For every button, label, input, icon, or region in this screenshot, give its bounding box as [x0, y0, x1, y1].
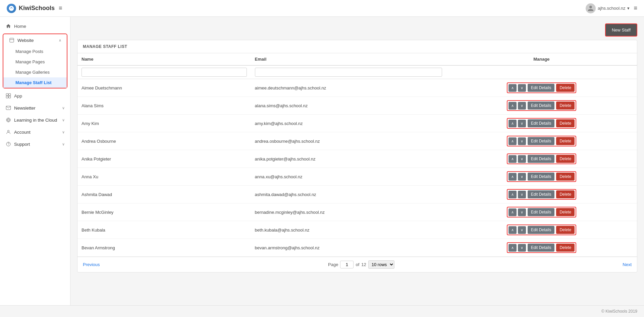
user-menu[interactable]: ajhs.school.nz ▾: [586, 3, 630, 13]
move-down-button[interactable]: ∨: [518, 155, 526, 163]
sidebar-item-manage-staff-list[interactable]: Manage Staff List: [3, 77, 67, 88]
table-row: Andrea Osbourneandrea.osbourne@ajhs.scho…: [77, 132, 637, 150]
staff-manage-cell: ∧∨Edit DetailsDelete: [446, 221, 637, 239]
sidebar-website-label: Website: [17, 38, 34, 43]
footer: © KiwiSchools 2019: [0, 305, 644, 317]
edit-details-button[interactable]: Edit Details: [528, 173, 555, 181]
edit-details-button[interactable]: Edit Details: [528, 190, 555, 198]
edit-details-button[interactable]: Edit Details: [528, 84, 555, 92]
move-down-button[interactable]: ∨: [518, 244, 526, 252]
name-filter-input[interactable]: [82, 68, 247, 77]
edit-details-button[interactable]: Edit Details: [528, 102, 555, 110]
manage-action-group: ∧∨Edit DetailsDelete: [507, 136, 576, 146]
svg-rect-3: [6, 93, 8, 96]
main-content: New Staff MANAGE STAFF LIST Name Email M…: [70, 17, 644, 305]
move-down-button[interactable]: ∨: [518, 208, 526, 216]
svg-point-0: [9, 6, 14, 11]
delete-button[interactable]: Delete: [556, 102, 575, 110]
prev-page-button[interactable]: Previous: [83, 262, 100, 267]
move-up-button[interactable]: ∧: [508, 191, 517, 198]
staff-email-cell: beth.kubala@ajhs.school.nz: [251, 221, 446, 239]
delete-button[interactable]: Delete: [556, 137, 575, 145]
move-down-button[interactable]: ∨: [518, 191, 526, 198]
edit-details-button[interactable]: Edit Details: [528, 226, 555, 234]
manage-action-group: ∧∨Edit DetailsDelete: [507, 82, 576, 93]
move-down-button[interactable]: ∨: [518, 120, 526, 127]
delete-button[interactable]: Delete: [556, 208, 575, 216]
sidebar-item-manage-pages[interactable]: Manage Pages: [3, 57, 67, 67]
table-header-row: Name Email Manage: [77, 53, 637, 65]
move-down-button[interactable]: ∨: [518, 84, 526, 92]
sidebar-app-label: App: [14, 93, 22, 99]
home-icon: [5, 23, 11, 29]
support-chevron-icon: ∨: [62, 142, 65, 146]
sidebar-item-support[interactable]: Support ∨: [0, 138, 70, 150]
hamburger-icon[interactable]: ≡: [59, 5, 62, 12]
move-down-button[interactable]: ∨: [518, 173, 526, 181]
delete-button[interactable]: Delete: [556, 84, 575, 92]
sidebar-item-app[interactable]: App: [0, 90, 70, 102]
col-name-header: Name: [77, 53, 251, 65]
brand-logo: [7, 4, 16, 13]
website-section: Website ∧ Manage Posts Manage Pages Mana…: [3, 34, 67, 88]
sidebar-item-learning[interactable]: Learning in the Cloud ∨: [0, 114, 70, 126]
edit-details-button[interactable]: Edit Details: [528, 119, 555, 127]
move-up-button[interactable]: ∧: [508, 173, 517, 181]
email-filter-input[interactable]: [255, 68, 442, 77]
user-name: ajhs.school.nz: [598, 6, 625, 11]
edit-details-button[interactable]: Edit Details: [528, 137, 555, 145]
sidebar-item-newsletter[interactable]: Newsletter ∨: [0, 102, 70, 114]
staff-table-body: Aimee Duetschmannaimee.deutschmann@ajhs.…: [77, 79, 637, 257]
move-up-button[interactable]: ∧: [508, 84, 517, 92]
edit-details-button[interactable]: Edit Details: [528, 155, 555, 163]
move-up-button[interactable]: ∧: [508, 120, 517, 127]
move-up-button[interactable]: ∧: [508, 102, 517, 110]
move-down-button[interactable]: ∨: [518, 137, 526, 145]
newsletter-chevron-icon: ∨: [62, 106, 65, 110]
sidebar-home-label: Home: [14, 24, 26, 29]
staff-email-cell: bernadine.mcginley@ajhs.school.nz: [251, 203, 446, 221]
staff-table-container: MANAGE STAFF LIST Name Email Manage: [77, 40, 637, 272]
staff-table: Name Email Manage: [77, 53, 637, 257]
staff-manage-cell: ∧∨Edit DetailsDelete: [446, 97, 637, 115]
edit-details-button[interactable]: Edit Details: [528, 208, 555, 216]
sidebar-item-manage-posts[interactable]: Manage Posts: [3, 46, 67, 57]
page-number-input[interactable]: [340, 261, 354, 268]
staff-email-cell: anika.potgieter@ajhs.school.nz: [251, 150, 446, 168]
delete-button[interactable]: Delete: [556, 190, 575, 198]
footer-text: © KiwiSchools 2019: [601, 309, 637, 314]
table-row: Bernie McGinleybernadine.mcginley@ajhs.s…: [77, 203, 637, 221]
account-icon: [5, 129, 11, 135]
move-up-button[interactable]: ∧: [508, 155, 517, 163]
sidebar-item-website[interactable]: Website ∧: [3, 34, 67, 46]
sidebar-item-account[interactable]: Account ∨: [0, 126, 70, 138]
page-label: Page: [328, 262, 338, 267]
move-up-button[interactable]: ∧: [508, 226, 517, 234]
new-staff-button[interactable]: New Staff: [605, 23, 637, 37]
top-menu-icon[interactable]: ≡: [634, 5, 637, 12]
edit-details-button[interactable]: Edit Details: [528, 244, 555, 252]
col-manage-header: Manage: [446, 53, 637, 65]
pagination-center: Page of 12 10 rows 25 rows 50 rows: [328, 260, 394, 269]
user-avatar: [586, 3, 596, 13]
delete-button[interactable]: Delete: [556, 155, 575, 163]
move-up-button[interactable]: ∧: [508, 208, 517, 216]
sidebar-item-home[interactable]: Home: [0, 20, 70, 32]
delete-button[interactable]: Delete: [556, 226, 575, 234]
table-row: Anna Xuanna.xu@ajhs.school.nz∧∨Edit Deta…: [77, 168, 637, 186]
staff-manage-cell: ∧∨Edit DetailsDelete: [446, 115, 637, 132]
filter-row: [77, 65, 637, 79]
delete-button[interactable]: Delete: [556, 244, 575, 252]
delete-button[interactable]: Delete: [556, 119, 575, 127]
rows-per-page-select[interactable]: 10 rows 25 rows 50 rows: [368, 260, 394, 269]
delete-button[interactable]: Delete: [556, 173, 575, 181]
table-row: Alana Simsalana.sims@ajhs.school.nz∧∨Edi…: [77, 97, 637, 115]
next-page-button[interactable]: Next: [623, 262, 632, 267]
sidebar-item-manage-galleries[interactable]: Manage Galleries: [3, 67, 67, 77]
move-up-button[interactable]: ∧: [508, 244, 517, 252]
svg-rect-4: [9, 93, 11, 96]
staff-manage-cell: ∧∨Edit DetailsDelete: [446, 132, 637, 150]
move-down-button[interactable]: ∨: [518, 102, 526, 110]
move-up-button[interactable]: ∧: [508, 137, 517, 145]
move-down-button[interactable]: ∨: [518, 226, 526, 234]
